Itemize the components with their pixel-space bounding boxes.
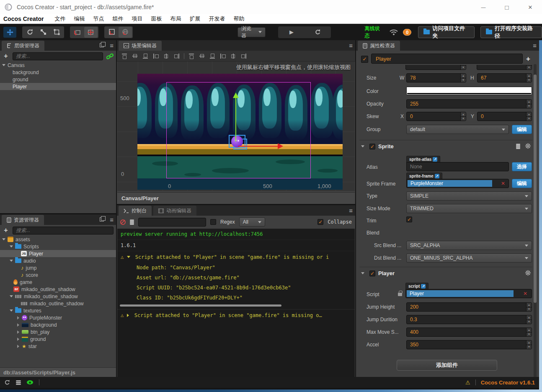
- opacity-input[interactable]: 255: [406, 99, 532, 108]
- gizmo-x-arrowhead[interactable]: [278, 143, 283, 149]
- horizontal-scrollbar[interactable]: [120, 304, 281, 307]
- atlas-select-button[interactable]: 选择: [512, 162, 532, 171]
- preview-eye-icon[interactable]: [27, 380, 33, 384]
- close-button[interactable]: [519, 0, 542, 14]
- menu-help[interactable]: 帮助: [229, 14, 248, 24]
- gear-icon[interactable]: [525, 143, 531, 149]
- spriteframe-edit-button[interactable]: 编辑: [512, 179, 532, 188]
- asset-jump-audio[interactable]: jump: [0, 264, 116, 271]
- group-edit-button[interactable]: 编辑: [512, 125, 532, 134]
- menu-node[interactable]: 节点: [89, 14, 108, 24]
- sprite-section-header[interactable]: Sprite: [361, 143, 394, 150]
- asset-bitmap-font[interactable]: mikado_outline_shadow: [0, 286, 116, 293]
- type-dropdown[interactable]: SIMPLE: [406, 191, 532, 201]
- panel-menu-icon[interactable]: [110, 42, 114, 49]
- clear-spriteframe-icon[interactable]: [501, 179, 505, 188]
- distribute-hcenter-icon[interactable]: [230, 53, 237, 59]
- distribute-vcenter-icon[interactable]: [199, 53, 205, 59]
- asset-score-audio[interactable]: score: [0, 271, 116, 279]
- distribute-bottom-icon[interactable]: [209, 53, 216, 59]
- clear-console-icon[interactable]: [120, 219, 126, 225]
- caret-down-icon[interactable]: [10, 295, 13, 297]
- panel-menu-icon[interactable]: [533, 42, 537, 49]
- stepper[interactable]: [526, 328, 532, 336]
- menu-edit[interactable]: 编辑: [70, 14, 89, 24]
- color-swatch[interactable]: [406, 87, 532, 95]
- align-top-icon[interactable]: [121, 53, 128, 59]
- accel-input[interactable]: 350: [406, 340, 532, 349]
- caret-right-icon[interactable]: [17, 345, 19, 348]
- world-coords-button[interactable]: [119, 27, 132, 38]
- size-h-input[interactable]: 67: [477, 73, 532, 83]
- caret-down-icon[interactable]: [10, 245, 13, 248]
- menu-panel[interactable]: 面板: [147, 14, 166, 24]
- stepper[interactable]: [526, 315, 532, 324]
- asset-audio-folder[interactable]: audio: [0, 257, 116, 264]
- console-filter-input[interactable]: [138, 218, 206, 227]
- database-icon[interactable]: [16, 380, 21, 382]
- minimize-button[interactable]: [472, 0, 495, 14]
- node-ground[interactable]: ground: [0, 76, 116, 83]
- menu-layout[interactable]: 布局: [166, 14, 185, 24]
- asset-textures-folder[interactable]: textures: [0, 307, 116, 314]
- jump-durition-input[interactable]: 0.3: [406, 315, 532, 324]
- group-dropdown[interactable]: default: [406, 125, 509, 134]
- maximize-button[interactable]: [495, 0, 519, 14]
- open-log-file-icon[interactable]: [130, 219, 134, 225]
- menu-project[interactable]: 项目: [127, 14, 147, 24]
- stepper[interactable]: [526, 100, 532, 108]
- scene-viewport[interactable]: 使用鼠标右键平移视窗焦点，使用滚轮缩放视图: [117, 62, 355, 191]
- asset-font-spriteframe[interactable]: mikado_outline_shadow: [0, 300, 116, 307]
- rect-tool-button[interactable]: [50, 27, 63, 38]
- log-level-dropdown[interactable]: All: [239, 217, 265, 227]
- caret-down-icon[interactable]: [2, 238, 5, 240]
- clear-script-icon[interactable]: [523, 289, 527, 298]
- node-canvas[interactable]: Canvas: [0, 62, 116, 69]
- src-blend-dropdown[interactable]: SRC_ALPHA: [406, 241, 532, 250]
- gizmo-x-axis[interactable]: [238, 146, 279, 147]
- collapse-checkbox[interactable]: [317, 219, 323, 225]
- rotate-tool-button[interactable]: [23, 27, 36, 38]
- gizmo-y-arrowhead[interactable]: [233, 93, 239, 98]
- panel-menu-icon[interactable]: [110, 216, 114, 223]
- sprite-help-icon[interactable]: [516, 144, 520, 149]
- asset-assets-root[interactable]: assets: [0, 236, 116, 243]
- asset-game-scene[interactable]: game: [0, 279, 116, 286]
- menu-file[interactable]: 文件: [50, 14, 70, 24]
- asset-player-script[interactable]: Player: [0, 250, 116, 257]
- tab-inspector[interactable]: 属性检查器: [358, 41, 400, 51]
- gizmo-y-axis[interactable]: [235, 98, 236, 142]
- preview-target-dropdown[interactable]: 浏览器: [237, 27, 266, 37]
- player-section-header[interactable]: Player: [361, 270, 395, 276]
- sizemode-dropdown[interactable]: TRIMMED: [406, 204, 532, 213]
- caret-down-icon[interactable]: [10, 260, 13, 262]
- stepper[interactable]: [526, 74, 532, 82]
- refresh-button[interactable]: [305, 26, 331, 38]
- menu-component[interactable]: 组件: [108, 14, 127, 24]
- tab-assets[interactable]: 资源管理器: [2, 215, 44, 225]
- assets-search-input[interactable]: [13, 227, 114, 235]
- menu-developer[interactable]: 开发者: [204, 14, 229, 24]
- caret-down-icon[interactable]: [361, 272, 364, 274]
- stepper[interactable]: [460, 74, 466, 82]
- align-left-icon[interactable]: [152, 53, 159, 59]
- tab-console[interactable]: 控制台: [119, 206, 152, 216]
- jump-height-input[interactable]: 200: [406, 302, 532, 312]
- gear-icon[interactable]: [525, 270, 531, 276]
- add-node-button[interactable]: +: [3, 52, 9, 60]
- script-field[interactable]: Player: [405, 289, 532, 298]
- distribute-right-icon[interactable]: [240, 53, 247, 59]
- align-bottom-icon[interactable]: [142, 53, 149, 59]
- log-warning-expanded[interactable]: Script attached to "Player" in scene "ga…: [117, 251, 355, 263]
- external-link-icon[interactable]: [435, 174, 439, 178]
- sprite-enabled-checkbox[interactable]: [369, 144, 375, 150]
- node-player[interactable]: Player: [0, 83, 116, 90]
- skew-y-input[interactable]: 0: [477, 112, 532, 121]
- local-coords-button[interactable]: [105, 27, 119, 38]
- max-move-input[interactable]: 400: [406, 328, 532, 337]
- asset-btn-play[interactable]: btn_play: [0, 328, 116, 335]
- caret-right-icon[interactable]: [127, 314, 129, 317]
- spriteframe-field[interactable]: PurpleMonster: [406, 179, 509, 188]
- stepper[interactable]: [526, 112, 532, 121]
- log-warning-collapsed[interactable]: Script attached to "Player" in scene "ga…: [117, 309, 355, 321]
